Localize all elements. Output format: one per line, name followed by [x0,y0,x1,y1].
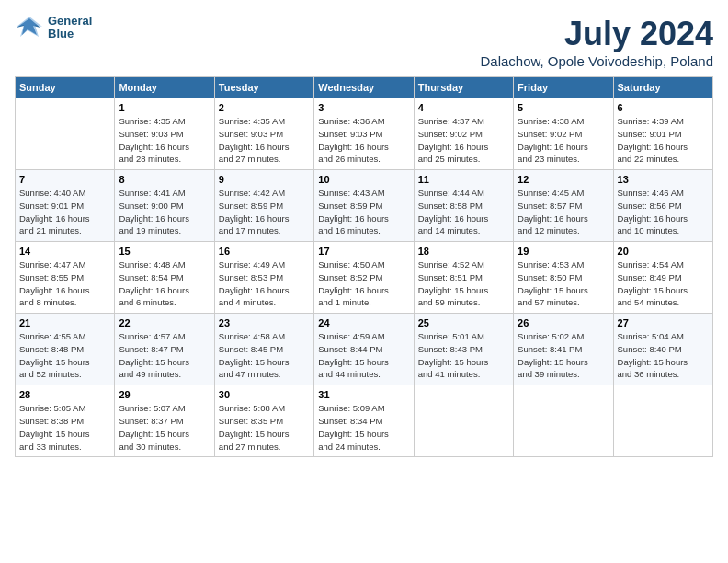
calendar: SundayMondayTuesdayWednesdayThursdayFrid… [15,76,713,457]
calendar-cell: 11Sunrise: 4:44 AM Sunset: 8:58 PM Dayli… [414,170,513,242]
calendar-cell: 30Sunrise: 5:08 AM Sunset: 8:35 PM Dayli… [214,385,313,457]
logo-bird-icon [15,15,44,40]
calendar-cell: 27Sunrise: 5:04 AM Sunset: 8:40 PM Dayli… [613,314,712,385]
day-detail: Sunrise: 5:02 AM Sunset: 8:41 PM Dayligh… [518,330,609,381]
calendar-cell: 9Sunrise: 4:42 AM Sunset: 8:59 PM Daylig… [214,170,313,242]
day-number: 20 [618,246,709,257]
day-detail: Sunrise: 5:04 AM Sunset: 8:40 PM Dayligh… [618,330,709,381]
day-number: 31 [318,389,409,400]
calendar-cell: 2Sunrise: 4:35 AM Sunset: 9:03 PM Daylig… [214,98,313,170]
calendar-cell: 23Sunrise: 4:58 AM Sunset: 8:45 PM Dayli… [214,314,313,385]
calendar-cell: 1Sunrise: 4:35 AM Sunset: 9:03 PM Daylig… [115,98,214,170]
day-detail: Sunrise: 4:50 AM Sunset: 8:52 PM Dayligh… [318,259,409,309]
day-detail: Sunrise: 4:58 AM Sunset: 8:45 PM Dayligh… [219,330,310,381]
logo-line2: Blue [48,28,92,40]
day-detail: Sunrise: 4:38 AM Sunset: 9:02 PM Dayligh… [518,115,609,166]
calendar-cell: 18Sunrise: 4:52 AM Sunset: 8:51 PM Dayli… [414,242,513,314]
calendar-cell: 6Sunrise: 4:39 AM Sunset: 9:01 PM Daylig… [613,98,712,170]
day-number: 16 [219,246,310,257]
day-detail: Sunrise: 4:39 AM Sunset: 9:01 PM Dayligh… [618,115,709,166]
day-number: 26 [518,317,609,328]
day-number: 3 [318,102,409,113]
calendar-cell: 31Sunrise: 5:09 AM Sunset: 8:34 PM Dayli… [314,385,414,457]
weekday-header: Monday [115,77,214,98]
day-detail: Sunrise: 4:54 AM Sunset: 8:49 PM Dayligh… [618,259,709,309]
day-number: 2 [219,102,310,113]
calendar-cell: 17Sunrise: 4:50 AM Sunset: 8:52 PM Dayli… [314,242,414,314]
day-detail: Sunrise: 5:01 AM Sunset: 8:43 PM Dayligh… [418,330,509,381]
day-detail: Sunrise: 4:47 AM Sunset: 8:55 PM Dayligh… [19,259,110,309]
logo-text: General Blue [48,15,92,41]
day-detail: Sunrise: 4:35 AM Sunset: 9:03 PM Dayligh… [219,115,310,166]
day-number: 1 [119,102,210,113]
calendar-cell: 20Sunrise: 4:54 AM Sunset: 8:49 PM Dayli… [613,242,712,314]
day-detail: Sunrise: 5:07 AM Sunset: 8:37 PM Dayligh… [119,402,210,453]
calendar-week-row: 28Sunrise: 5:05 AM Sunset: 8:38 PM Dayli… [16,385,713,457]
day-number: 7 [19,174,110,185]
day-detail: Sunrise: 4:57 AM Sunset: 8:47 PM Dayligh… [119,330,210,381]
day-number: 27 [618,317,709,328]
day-number: 18 [418,246,509,257]
day-number: 8 [119,174,210,185]
calendar-cell: 24Sunrise: 4:59 AM Sunset: 8:44 PM Dayli… [314,314,414,385]
day-number: 9 [219,174,310,185]
logo: General Blue [15,15,92,41]
month-year: July 2024 [480,15,713,53]
day-number: 5 [518,102,609,113]
day-number: 29 [119,389,210,400]
day-detail: Sunrise: 5:09 AM Sunset: 8:34 PM Dayligh… [318,402,409,453]
calendar-cell: 14Sunrise: 4:47 AM Sunset: 8:55 PM Dayli… [16,242,115,314]
calendar-week-row: 1Sunrise: 4:35 AM Sunset: 9:03 PM Daylig… [16,98,713,170]
calendar-cell [514,385,613,457]
calendar-cell [613,385,712,457]
header: General Blue July 2024 Dalachow, Opole V… [15,15,713,69]
calendar-cell: 4Sunrise: 4:37 AM Sunset: 9:02 PM Daylig… [414,98,513,170]
calendar-cell: 19Sunrise: 4:53 AM Sunset: 8:50 PM Dayli… [514,242,613,314]
day-detail: Sunrise: 4:40 AM Sunset: 9:01 PM Dayligh… [19,187,110,237]
calendar-cell: 8Sunrise: 4:41 AM Sunset: 9:00 PM Daylig… [115,170,214,242]
day-number: 10 [318,174,409,185]
calendar-cell: 22Sunrise: 4:57 AM Sunset: 8:47 PM Dayli… [115,314,214,385]
day-number: 30 [219,389,310,400]
day-number: 14 [19,246,110,257]
calendar-cell: 16Sunrise: 4:49 AM Sunset: 8:53 PM Dayli… [214,242,313,314]
weekday-header: Sunday [16,77,115,98]
weekday-header: Thursday [414,77,513,98]
logo-line1: General [48,15,92,28]
calendar-week-row: 14Sunrise: 4:47 AM Sunset: 8:55 PM Dayli… [16,242,713,314]
day-detail: Sunrise: 4:36 AM Sunset: 9:03 PM Dayligh… [318,115,409,166]
day-number: 13 [618,174,709,185]
day-detail: Sunrise: 4:46 AM Sunset: 8:56 PM Dayligh… [618,187,709,237]
calendar-cell: 26Sunrise: 5:02 AM Sunset: 8:41 PM Dayli… [514,314,613,385]
day-detail: Sunrise: 4:45 AM Sunset: 8:57 PM Dayligh… [518,187,609,237]
calendar-cell: 3Sunrise: 4:36 AM Sunset: 9:03 PM Daylig… [314,98,414,170]
location: Dalachow, Opole Voivodeship, Poland [480,53,713,69]
day-number: 23 [219,317,310,328]
day-number: 15 [119,246,210,257]
title-area: July 2024 Dalachow, Opole Voivodeship, P… [480,15,713,69]
calendar-cell: 21Sunrise: 4:55 AM Sunset: 8:48 PM Dayli… [16,314,115,385]
day-detail: Sunrise: 4:37 AM Sunset: 9:02 PM Dayligh… [418,115,509,166]
calendar-cell: 7Sunrise: 4:40 AM Sunset: 9:01 PM Daylig… [16,170,115,242]
calendar-cell: 10Sunrise: 4:43 AM Sunset: 8:59 PM Dayli… [314,170,414,242]
calendar-cell: 15Sunrise: 4:48 AM Sunset: 8:54 PM Dayli… [115,242,214,314]
calendar-week-row: 21Sunrise: 4:55 AM Sunset: 8:48 PM Dayli… [16,314,713,385]
calendar-cell: 13Sunrise: 4:46 AM Sunset: 8:56 PM Dayli… [613,170,712,242]
day-number: 12 [518,174,609,185]
day-number: 6 [618,102,709,113]
day-detail: Sunrise: 5:08 AM Sunset: 8:35 PM Dayligh… [219,402,310,453]
calendar-header: SundayMondayTuesdayWednesdayThursdayFrid… [16,77,713,98]
calendar-cell: 28Sunrise: 5:05 AM Sunset: 8:38 PM Dayli… [16,385,115,457]
day-detail: Sunrise: 4:48 AM Sunset: 8:54 PM Dayligh… [119,259,210,309]
weekday-header: Wednesday [314,77,414,98]
calendar-week-row: 7Sunrise: 4:40 AM Sunset: 9:01 PM Daylig… [16,170,713,242]
day-detail: Sunrise: 5:05 AM Sunset: 8:38 PM Dayligh… [19,402,110,453]
weekday-header: Friday [514,77,613,98]
calendar-cell: 29Sunrise: 5:07 AM Sunset: 8:37 PM Dayli… [115,385,214,457]
day-detail: Sunrise: 4:52 AM Sunset: 8:51 PM Dayligh… [418,259,509,309]
day-detail: Sunrise: 4:53 AM Sunset: 8:50 PM Dayligh… [518,259,609,309]
day-detail: Sunrise: 4:43 AM Sunset: 8:59 PM Dayligh… [318,187,409,237]
day-detail: Sunrise: 4:49 AM Sunset: 8:53 PM Dayligh… [219,259,310,309]
calendar-cell: 25Sunrise: 5:01 AM Sunset: 8:43 PM Dayli… [414,314,513,385]
calendar-cell: 5Sunrise: 4:38 AM Sunset: 9:02 PM Daylig… [514,98,613,170]
